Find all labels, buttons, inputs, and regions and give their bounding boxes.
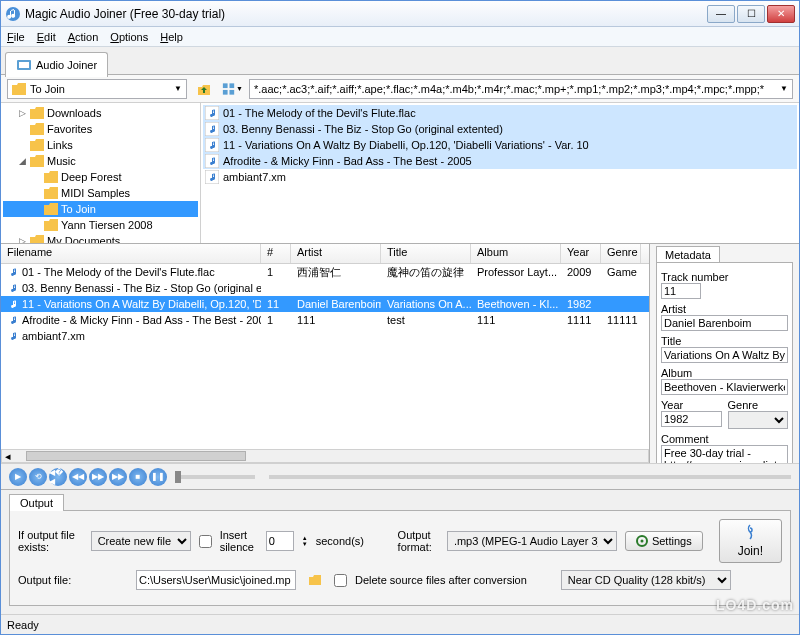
col-artist[interactable]: Artist	[291, 244, 381, 263]
menu-help[interactable]: Help	[160, 31, 183, 43]
output-file-input[interactable]	[136, 570, 296, 590]
album-input[interactable]	[661, 379, 788, 395]
menu-action[interactable]: Action	[68, 31, 99, 43]
track-row[interactable]: ambiant7.xm	[1, 328, 649, 344]
track-row[interactable]: 11 - Variations On A Waltz By Diabelli, …	[1, 296, 649, 312]
output-tab[interactable]: Output	[9, 494, 64, 511]
svg-rect-3	[223, 83, 228, 88]
genre-label: Genre	[728, 399, 789, 411]
output-format-label: Output format:	[398, 529, 439, 553]
tree-item[interactable]: Yann Tiersen 2008	[3, 217, 198, 233]
status-text: Ready	[7, 619, 39, 631]
path-combobox[interactable]: To Join ▼	[7, 79, 187, 99]
maximize-button[interactable]: ☐	[737, 5, 765, 23]
window-title: Magic Audio Joiner (Free 30-day trial)	[25, 7, 707, 21]
spinner-buttons[interactable]: ▲▼	[302, 535, 308, 547]
col-num[interactable]: #	[261, 244, 291, 263]
output-format-select[interactable]: .mp3 (MPEG-1 Audio Layer 3)	[447, 531, 617, 551]
seconds-label: second(s)	[316, 535, 364, 547]
filter-text: *.aac;*.ac3;*.aif;*.aiff;*.ape;*.flac;*.…	[254, 83, 764, 95]
tree-item[interactable]: Favorites	[3, 121, 198, 137]
close-button[interactable]: ✕	[767, 5, 795, 23]
insert-silence-checkbox[interactable]	[199, 535, 212, 548]
menu-file[interactable]: File	[7, 31, 25, 43]
titlebar: Magic Audio Joiner (Free 30-day trial) —…	[1, 1, 799, 27]
tree-item[interactable]: ◢Music	[3, 153, 198, 169]
track-row[interactable]: 03. Benny Benassi - The Biz - Stop Go (o…	[1, 280, 649, 296]
output-quality-select[interactable]: Near CD Quality (128 kbit/s)	[561, 570, 731, 590]
path-value: To Join	[30, 83, 65, 95]
menu-edit[interactable]: Edit	[37, 31, 56, 43]
svg-rect-5	[223, 89, 228, 94]
tree-item[interactable]: Links	[3, 137, 198, 153]
view-mode-button[interactable]: ▼	[221, 78, 243, 100]
volume-slider[interactable]	[175, 475, 255, 479]
year-input[interactable]	[661, 411, 722, 427]
progress-slider[interactable]	[269, 475, 791, 479]
metadata-panel: Metadata Track number Artist Title Album…	[649, 244, 799, 463]
col-title[interactable]: Title	[381, 244, 471, 263]
delete-source-label: Delete source files after conversion	[355, 574, 527, 586]
tree-item[interactable]: ▷My Documents	[3, 233, 198, 243]
file-filter[interactable]: *.aac;*.ac3;*.aif;*.aiff;*.ape;*.flac;*.…	[249, 79, 793, 99]
if-exists-select[interactable]: Create new file	[91, 531, 191, 551]
title-label: Title	[661, 335, 788, 347]
svg-rect-4	[229, 83, 234, 88]
year-label: Year	[661, 399, 722, 411]
file-item[interactable]: 01 - The Melody of the Devil's Flute.fla…	[203, 105, 797, 121]
path-toolbar: To Join ▼ ▼ *.aac;*.ac3;*.aif;*.aiff;*.a…	[1, 75, 799, 103]
metadata-tab[interactable]: Metadata	[656, 246, 720, 263]
track-row[interactable]: Afrodite - & Micky Finn - Bad Ass - The …	[1, 312, 649, 328]
forward-button[interactable]: ▶▶	[89, 468, 107, 486]
tree-item[interactable]: Deep Forest	[3, 169, 198, 185]
file-list[interactable]: 01 - The Melody of the Devil's Flute.fla…	[201, 103, 799, 243]
file-item[interactable]: 11 - Variations On A Waltz By Diabelli, …	[203, 137, 797, 153]
stop-button[interactable]: ■	[129, 468, 147, 486]
tree-item[interactable]: To Join	[3, 201, 198, 217]
play-button[interactable]: ▶	[9, 468, 27, 486]
title-input[interactable]	[661, 347, 788, 363]
up-folder-button[interactable]	[193, 78, 215, 100]
genre-select[interactable]	[728, 411, 789, 429]
col-genre[interactable]: Genre	[601, 244, 641, 263]
delete-source-checkbox[interactable]	[334, 574, 347, 587]
silence-seconds-input[interactable]	[266, 531, 294, 551]
prev-button[interactable]: ◀� ◀	[49, 468, 67, 486]
folder-tree[interactable]: ▷DownloadsFavoritesLinks◢MusicDeep Fores…	[1, 103, 201, 243]
horizontal-scrollbar[interactable]: ◂	[1, 449, 649, 463]
pause-button[interactable]: ❚❚	[149, 468, 167, 486]
artist-label: Artist	[661, 303, 788, 315]
file-item[interactable]: 03. Benny Benassi - The Biz - Stop Go (o…	[203, 121, 797, 137]
file-item[interactable]: ambiant7.xm	[203, 169, 797, 185]
col-filename[interactable]: Filename	[1, 244, 261, 263]
artist-input[interactable]	[661, 315, 788, 331]
tree-item[interactable]: ▷Downloads	[3, 105, 198, 121]
track-list-header: Filename # Artist Title Album Year Genre	[1, 244, 649, 264]
player-bar: ▶ ⟲ ◀� ◀ ◀◀ ▶▶ ▶▶ ■ ❚❚	[1, 463, 799, 489]
tree-item[interactable]: MIDI Samples	[3, 185, 198, 201]
rewind-button[interactable]: ◀◀	[69, 468, 87, 486]
file-item[interactable]: Afrodite - & Micky Finn - Bad Ass - The …	[203, 153, 797, 169]
tab-label: Audio Joiner	[36, 59, 97, 71]
settings-button[interactable]: Settings	[625, 531, 703, 551]
next-button[interactable]: ▶▶	[109, 468, 127, 486]
col-year[interactable]: Year	[561, 244, 601, 263]
join-button[interactable]: Join!	[719, 519, 782, 563]
tab-icon	[16, 57, 32, 73]
browse-button[interactable]	[304, 569, 326, 591]
menu-options[interactable]: Options	[110, 31, 148, 43]
track-row[interactable]: 01 - The Melody of the Devil's Flute.fla…	[1, 264, 649, 280]
col-album[interactable]: Album	[471, 244, 561, 263]
chevron-down-icon: ▼	[174, 84, 182, 93]
track-number-input[interactable]	[661, 283, 701, 299]
tab-audio-joiner[interactable]: Audio Joiner	[5, 52, 108, 77]
svg-point-13	[640, 540, 643, 543]
app-icon	[5, 6, 21, 22]
restart-button[interactable]: ⟲	[29, 468, 47, 486]
album-label: Album	[661, 367, 788, 379]
minimize-button[interactable]: —	[707, 5, 735, 23]
main-tabstrip: Audio Joiner	[1, 47, 799, 75]
comment-label: Comment	[661, 433, 788, 445]
track-list[interactable]: Filename # Artist Title Album Year Genre…	[1, 244, 649, 463]
gear-icon	[636, 535, 648, 547]
